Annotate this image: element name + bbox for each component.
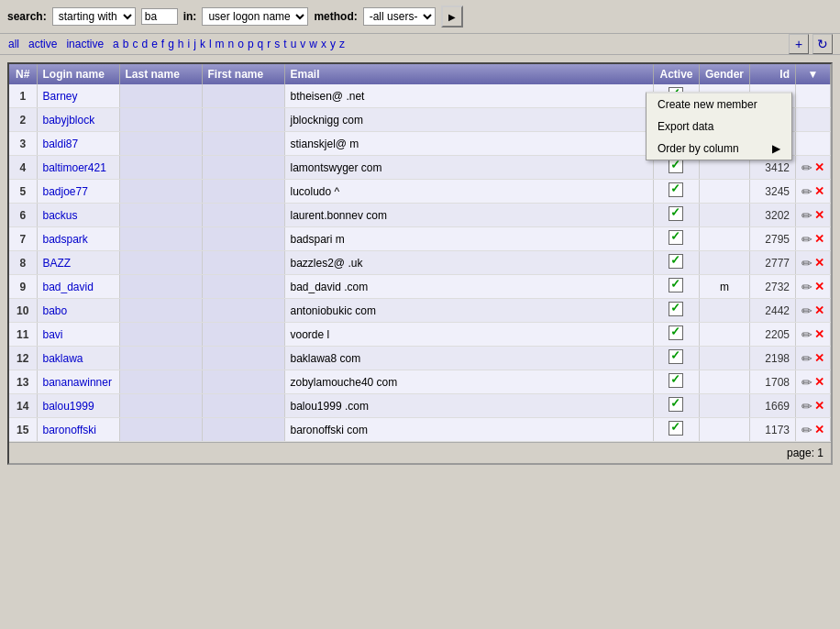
cell-firstname [202, 394, 284, 418]
col-firstname[interactable]: First name [202, 64, 284, 84]
search-field-select[interactable]: user logon nameemailfirst namelast name [202, 7, 308, 26]
alpha-m[interactable]: m [215, 38, 226, 50]
edit-button[interactable]: ✏ [801, 160, 812, 175]
search-input[interactable] [141, 8, 178, 25]
cell-login[interactable]: badspark [37, 227, 119, 251]
delete-button[interactable]: ✕ [814, 399, 824, 413]
alpha-n[interactable]: n [227, 38, 236, 50]
delete-button[interactable]: ✕ [814, 423, 824, 436]
cell-gender [699, 370, 749, 394]
edit-button[interactable]: ✏ [801, 280, 812, 294]
delete-button[interactable]: ✕ [814, 280, 824, 293]
alpha-y[interactable]: y [329, 38, 337, 50]
alpha-t[interactable]: t [282, 38, 287, 50]
alpha-v[interactable]: v [299, 38, 306, 50]
edit-button[interactable]: ✏ [801, 375, 812, 390]
add-member-button[interactable]: + [789, 34, 809, 54]
delete-button[interactable]: ✕ [814, 160, 824, 174]
alpha-a[interactable]: a [112, 38, 120, 50]
delete-button[interactable]: ✕ [814, 303, 824, 317]
cell-login[interactable]: bavi [37, 323, 119, 347]
alpha-inactive[interactable]: inactive [65, 38, 105, 50]
cell-email: lamontswyger com [284, 156, 653, 180]
cell-email: jblocknigg com [284, 108, 653, 132]
cell-login[interactable]: babyjblock [37, 108, 119, 132]
edit-button[interactable]: ✏ [801, 232, 812, 247]
alpha-g[interactable]: g [167, 38, 175, 50]
delete-button[interactable]: ✕ [814, 327, 824, 341]
edit-button[interactable]: ✏ [801, 399, 812, 414]
edit-button[interactable]: ✏ [801, 208, 812, 223]
menu-create-member[interactable]: Create new member [647, 94, 791, 116]
delete-button[interactable]: ✕ [814, 351, 824, 365]
delete-button[interactable]: ✕ [814, 232, 824, 246]
alpha-all[interactable]: all [7, 38, 20, 50]
refresh-button[interactable]: ↻ [812, 34, 833, 54]
delete-button[interactable]: ✕ [814, 256, 824, 270]
col-login[interactable]: Login name [37, 64, 119, 84]
cell-active [653, 275, 699, 299]
edit-button[interactable]: ✏ [801, 184, 812, 199]
alpha-o[interactable]: o [237, 38, 245, 50]
cell-active [653, 370, 699, 394]
edit-button[interactable]: ✏ [801, 256, 812, 270]
alpha-w[interactable]: w [308, 38, 318, 50]
col-gender[interactable]: Gender [699, 64, 749, 84]
col-lastname[interactable]: Last name [119, 64, 202, 84]
alpha-b[interactable]: b [122, 38, 130, 50]
alpha-x[interactable]: x [320, 38, 327, 50]
edit-button[interactable]: ✏ [801, 303, 812, 318]
cell-login[interactable]: badjoe77 [37, 180, 119, 204]
table-row: 12baklawabaklawa8 com2198 ✏ ✕ [9, 347, 831, 370]
alpha-z[interactable]: z [338, 38, 346, 50]
alpha-f[interactable]: f [160, 38, 165, 50]
col-email[interactable]: Email [284, 64, 653, 84]
search-method-select[interactable]: starting withcontainingending withexact [52, 7, 136, 26]
cell-login[interactable]: baltimoer421 [37, 156, 119, 180]
cell-email: voorde l [284, 323, 653, 347]
menu-order-column[interactable]: Order by column ▶ [647, 138, 791, 160]
edit-button[interactable]: ✏ [801, 423, 812, 437]
alpha-e[interactable]: e [150, 38, 159, 50]
cell-login[interactable]: Barney [37, 84, 119, 108]
alpha-q[interactable]: q [257, 38, 265, 50]
alpha-u[interactable]: u [290, 38, 298, 50]
cell-login[interactable]: baldi87 [37, 132, 119, 156]
cell-login[interactable]: balou1999 [37, 394, 119, 418]
alpha-k[interactable]: k [199, 38, 206, 50]
edit-button[interactable]: ✏ [801, 351, 812, 366]
alpha-d[interactable]: d [140, 38, 149, 50]
col-id[interactable]: Id [750, 64, 796, 84]
menu-export-data[interactable]: Export data [647, 116, 791, 138]
alpha-r[interactable]: r [266, 38, 271, 50]
alpha-s[interactable]: s [273, 38, 281, 50]
alpha-l[interactable]: l [208, 38, 213, 50]
cell-email: laurent.bonnev com [284, 204, 653, 227]
cell-login[interactable]: bad_david [37, 275, 119, 299]
cell-login[interactable]: baklawa [37, 347, 119, 370]
search-users-select[interactable]: -all users-activeinactive [363, 7, 436, 26]
alpha-h[interactable]: h [177, 38, 185, 50]
alpha-j[interactable]: j [193, 38, 197, 50]
cell-login[interactable]: bananawinner [37, 370, 119, 394]
alpha-p[interactable]: p [247, 38, 255, 50]
edit-button[interactable]: ✏ [801, 327, 812, 342]
delete-button[interactable]: ✕ [814, 375, 824, 389]
cell-email: bad_david .com [284, 275, 653, 299]
alpha-i[interactable]: i [187, 38, 192, 50]
cell-email: baronoffski com [284, 418, 653, 442]
search-go-button[interactable]: ▶ [441, 6, 463, 28]
alpha-active[interactable]: active [28, 38, 58, 50]
cell-login[interactable]: baronoffski [37, 418, 119, 442]
delete-button[interactable]: ✕ [814, 208, 824, 222]
active-checkbox [669, 326, 683, 340]
table-header-row: N# Login name Last name First name Email… [9, 64, 831, 84]
cell-login[interactable]: babo [37, 299, 119, 323]
cell-login[interactable]: backus [37, 204, 119, 227]
col-sort-dropdown[interactable]: ▼ [796, 64, 831, 84]
col-active[interactable]: Active [653, 64, 699, 84]
page-indicator: page: 1 [787, 447, 823, 459]
alpha-c[interactable]: c [131, 38, 138, 50]
delete-button[interactable]: ✕ [814, 184, 824, 198]
cell-login[interactable]: BAZZ [37, 251, 119, 275]
